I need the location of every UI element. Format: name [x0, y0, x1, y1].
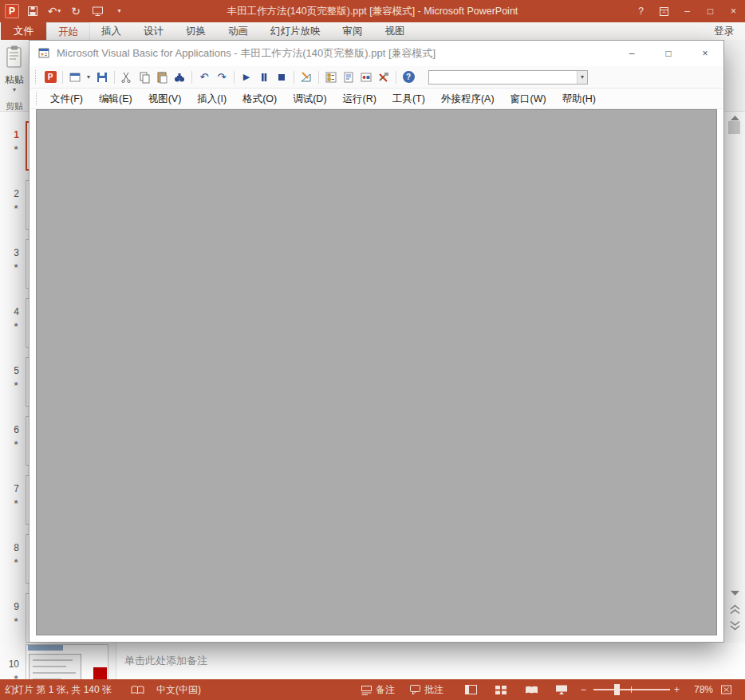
help-button[interactable]: ?	[629, 0, 652, 22]
slide-thumbnail[interactable]	[26, 644, 108, 679]
design-mode-button[interactable]	[298, 69, 315, 86]
thumbnail-title-band	[28, 645, 63, 651]
cut-button[interactable]	[118, 69, 136, 86]
minimize-button[interactable]: –	[676, 0, 699, 22]
tab-transitions[interactable]: 切换	[175, 22, 217, 40]
close-button[interactable]: ×	[722, 0, 745, 22]
menu-file[interactable]: 文件(F)	[42, 90, 91, 108]
comments-toggle-button[interactable]: 批注	[424, 679, 443, 700]
zoom-slider-thumb[interactable]	[614, 684, 620, 695]
ribbon-display-options-button[interactable]	[652, 0, 676, 22]
tab-home[interactable]: 开始	[46, 22, 90, 40]
paste-button[interactable]: 粘贴 ▾	[0, 41, 29, 100]
menu-help[interactable]: 帮助(H)	[554, 90, 604, 108]
reading-view-button[interactable]	[525, 685, 538, 695]
tab-slideshow[interactable]: 幻灯片放映	[259, 22, 332, 40]
menu-insert[interactable]: 插入(I)	[189, 90, 235, 108]
run-icon: ▶	[243, 73, 250, 81]
slide-sorter-view-button[interactable]	[495, 684, 507, 695]
triangle-down-icon	[730, 590, 740, 596]
slide-indicator[interactable]: 幻灯片 第 1 张, 共 140 张	[5, 679, 112, 700]
slide-sorter-icon	[495, 684, 507, 695]
menu-addins[interactable]: 外接程序(A)	[433, 90, 503, 108]
menu-format[interactable]: 格式(O)	[235, 90, 285, 108]
tab-review[interactable]: 审阅	[332, 22, 374, 40]
vba-help-button[interactable]: ?	[400, 69, 417, 86]
menu-view[interactable]: 视图(V)	[140, 90, 190, 108]
run-macro-button[interactable]: ▶	[238, 69, 255, 86]
slide-item-10[interactable]: 10 ★	[0, 644, 116, 679]
toolbar-grip[interactable]	[35, 70, 38, 84]
vba-close-button[interactable]: ×	[687, 41, 723, 66]
zoom-level[interactable]: 78%	[686, 679, 713, 700]
slideshow-monitor-icon	[92, 6, 104, 17]
tab-file[interactable]: 文件	[1, 22, 46, 40]
insert-userform-button[interactable]	[66, 69, 84, 86]
vba-minimize-button[interactable]: –	[613, 41, 650, 66]
scroll-down-button[interactable]	[724, 587, 745, 600]
chevron-down-icon: ▾	[87, 73, 90, 81]
scrollbar-thumb[interactable]	[728, 121, 740, 134]
toolbox-button[interactable]	[375, 69, 392, 86]
project-explorer-button[interactable]	[322, 69, 340, 86]
insert-object-dropdown[interactable]: ▾	[84, 69, 93, 86]
maximize-button[interactable]: □	[699, 0, 722, 22]
tab-design[interactable]: 设计	[132, 22, 175, 40]
language-button[interactable]: 中文(中国)	[156, 679, 201, 700]
combo-dropdown-button[interactable]: ▾	[577, 71, 587, 84]
view-host-application-button[interactable]: P	[41, 69, 59, 86]
notes-icon	[361, 685, 372, 695]
notes-toggle-button[interactable]: 备注	[376, 679, 395, 700]
menu-edit[interactable]: 编辑(E)	[91, 90, 140, 108]
slide-number: 7	[3, 483, 19, 494]
clipboard-group-label: 剪贴	[0, 100, 32, 112]
tab-view[interactable]: 视图	[374, 22, 416, 40]
vba-redo-button[interactable]: ↷	[213, 69, 231, 86]
menu-window[interactable]: 窗口(W)	[503, 90, 554, 108]
menu-tools[interactable]: 工具(T)	[384, 90, 433, 108]
toolbar-combo-input[interactable]	[429, 71, 577, 84]
find-button[interactable]	[171, 69, 188, 86]
slideshow-view-button[interactable]	[555, 684, 568, 695]
zoom-slider[interactable]	[593, 689, 670, 690]
menu-debug[interactable]: 调试(D)	[285, 90, 334, 108]
break-button[interactable]	[255, 69, 273, 86]
spell-check-button[interactable]	[131, 685, 144, 695]
properties-window-button[interactable]	[340, 69, 357, 86]
customize-quick-access-toolbar-button[interactable]: ▾	[112, 2, 126, 21]
help-icon: ?	[403, 71, 415, 83]
ribbon-display-options-icon	[659, 6, 669, 17]
vba-maximize-button[interactable]: □	[650, 41, 687, 66]
normal-view-button[interactable]	[464, 684, 478, 695]
repeat-button[interactable]: ↻	[69, 2, 83, 21]
zoom-out-button[interactable]: −	[581, 679, 586, 700]
save-button[interactable]	[26, 2, 40, 21]
menu-run[interactable]: 运行(R)	[335, 90, 384, 108]
tab-animations[interactable]: 动画	[217, 22, 259, 40]
start-from-beginning-button[interactable]	[90, 2, 104, 21]
zoom-in-button[interactable]: +	[674, 679, 680, 700]
undo-button[interactable]: ↶▾	[47, 2, 61, 21]
object-browser-button[interactable]	[357, 69, 375, 86]
notes-pane[interactable]: 单击此处添加备注	[116, 643, 745, 679]
vba-titlebar[interactable]: Microsoft Visual Basic for Applications …	[30, 41, 723, 66]
next-slide-button[interactable]	[724, 619, 745, 631]
vba-menu-bar: 文件(F) 编辑(E) 视图(V) 插入(I) 格式(O) 调试(D) 运行(R…	[30, 88, 723, 109]
sign-in-link[interactable]: 登录	[714, 22, 734, 40]
app-titlebar[interactable]: P ↶▾ ↻ ▾ 丰田工作方法(140页完整版).ppt [兼容模式] - Mi…	[0, 0, 745, 22]
vba-save-button[interactable]	[93, 69, 111, 86]
menubar-grip[interactable]	[36, 92, 39, 105]
notes-placeholder[interactable]: 单击此处添加备注	[124, 654, 207, 668]
previous-slide-button[interactable]	[724, 603, 745, 615]
fit-slide-to-window-button[interactable]	[720, 684, 732, 695]
slide-area-scrollbar[interactable]	[724, 112, 745, 643]
paste-button[interactable]	[153, 69, 171, 86]
reset-button[interactable]	[273, 69, 290, 86]
chevron-down-icon[interactable]: ▾	[0, 86, 29, 93]
vba-window-title: Microsoft Visual Basic for Applications …	[57, 41, 436, 66]
vba-undo-button[interactable]: ↶	[195, 69, 213, 86]
triangle-up-icon	[730, 115, 740, 121]
copy-button[interactable]	[136, 69, 153, 86]
toolbar-separator	[318, 71, 319, 84]
tab-insert[interactable]: 插入	[90, 22, 132, 40]
